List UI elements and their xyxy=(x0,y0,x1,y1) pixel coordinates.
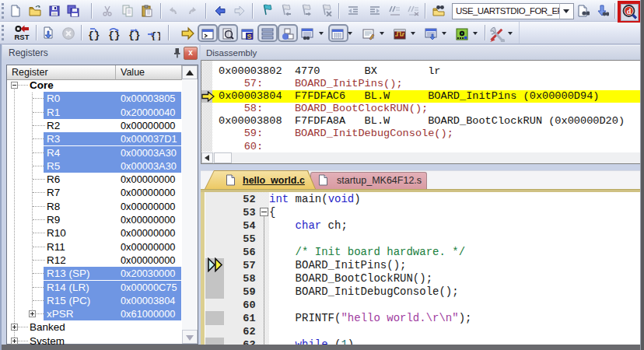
svg-text:RST: RST xyxy=(15,33,30,41)
svg-text:S: S xyxy=(247,33,251,40)
svg-text:d: d xyxy=(627,7,632,16)
svg-text:{}: {} xyxy=(108,30,120,40)
svg-text:{}: {} xyxy=(151,31,160,40)
svg-text:{}: {} xyxy=(128,30,140,40)
svg-text:{}: {} xyxy=(88,30,100,40)
